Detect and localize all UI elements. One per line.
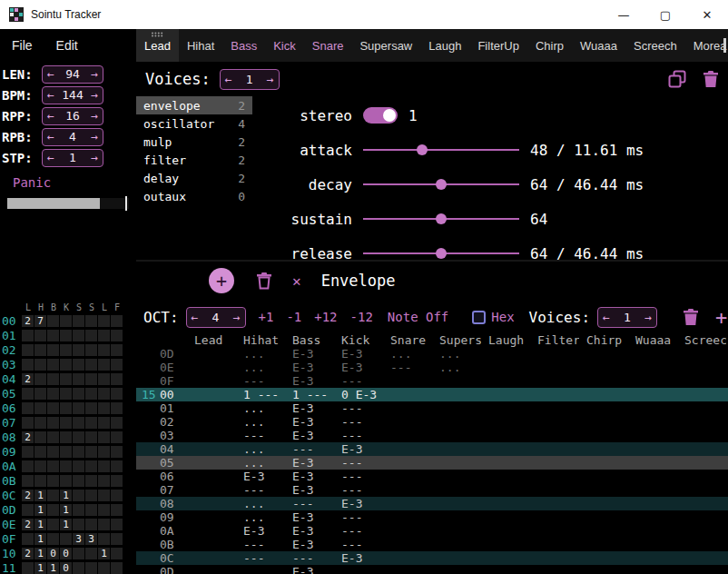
pattern-note-cell[interactable] xyxy=(481,551,530,565)
order-cell[interactable] xyxy=(60,373,72,385)
pattern-note-cell[interactable] xyxy=(628,470,677,483)
pattern-note-cell[interactable] xyxy=(530,415,579,429)
pattern-note-cell[interactable] xyxy=(628,401,677,415)
order-cell[interactable] xyxy=(111,388,123,400)
order-cell[interactable] xyxy=(73,431,84,443)
pattern-note-cell[interactable] xyxy=(481,497,530,510)
order-cell[interactable] xyxy=(85,475,97,487)
rpp-increase-button[interactable]: → xyxy=(91,110,98,122)
order-cell[interactable] xyxy=(73,417,84,429)
pattern-note-cell[interactable] xyxy=(383,456,432,470)
pattern-note-cell[interactable] xyxy=(334,565,383,574)
unit-item-filter[interactable]: filter2 xyxy=(136,151,252,169)
pattern-note-cell[interactable] xyxy=(628,347,677,361)
order-cell[interactable] xyxy=(47,475,59,487)
pattern-note-cell[interactable]: E-3 xyxy=(285,347,334,361)
order-cell[interactable]: 1 xyxy=(34,562,46,574)
order-cell[interactable] xyxy=(60,446,72,458)
order-cell[interactable] xyxy=(47,388,59,400)
order-cell[interactable] xyxy=(47,519,59,530)
pattern-note-cell[interactable] xyxy=(481,470,530,483)
order-cell[interactable] xyxy=(60,359,72,371)
pattern-note-cell[interactable] xyxy=(481,388,530,401)
order-cell[interactable] xyxy=(73,344,84,356)
pattern-note-cell[interactable] xyxy=(628,442,677,456)
unit-item-mulp[interactable]: mulp2 xyxy=(136,133,252,151)
pattern-note-cell[interactable] xyxy=(383,551,432,565)
pattern-note-cell[interactable]: E-3 xyxy=(285,401,334,415)
pattern-note-cell[interactable]: ... xyxy=(236,510,285,524)
order-cell[interactable] xyxy=(47,373,59,385)
order-cell[interactable] xyxy=(111,315,123,327)
pattern-note-cell[interactable]: E-3 xyxy=(285,483,334,497)
bpm-increase-button[interactable]: → xyxy=(91,89,98,101)
decay-slider[interactable] xyxy=(363,178,519,191)
pattern-note-cell[interactable] xyxy=(530,470,579,483)
pattern-note-cell[interactable] xyxy=(628,565,677,574)
order-cell[interactable] xyxy=(34,373,46,385)
pattern-note-cell[interactable] xyxy=(530,524,579,538)
pattern-note-cell[interactable]: --- xyxy=(334,510,383,524)
pattern-note-cell[interactable] xyxy=(530,361,579,374)
order-cell[interactable] xyxy=(34,388,46,400)
order-cell[interactable]: 1 xyxy=(34,533,46,545)
pattern-note-cell[interactable] xyxy=(628,497,677,510)
hex-checkbox[interactable] xyxy=(472,311,486,324)
instrument-voices-increase-button[interactable]: → xyxy=(267,74,274,85)
order-cell[interactable] xyxy=(111,548,123,559)
delete-pattern-icon[interactable] xyxy=(683,308,699,326)
pattern-note-cell[interactable] xyxy=(187,415,236,429)
pattern-note-cell[interactable] xyxy=(432,429,481,442)
pattern-note-cell[interactable]: 1 --- xyxy=(236,388,285,401)
order-cell[interactable] xyxy=(98,388,110,400)
pattern-track-header-screech[interactable]: Screech xyxy=(677,334,726,347)
pattern-note-cell[interactable]: --- xyxy=(334,483,383,497)
pattern-note-cell[interactable]: E-3 xyxy=(285,565,334,574)
order-cell[interactable] xyxy=(60,533,72,545)
order-cell[interactable] xyxy=(85,562,97,574)
pattern-note-cell[interactable] xyxy=(383,415,432,429)
order-cell[interactable]: 0 xyxy=(60,562,72,574)
track-tab-bass[interactable]: Bass xyxy=(222,29,265,62)
order-cell[interactable] xyxy=(85,402,97,414)
pattern-note-cell[interactable]: --- xyxy=(334,429,383,442)
pattern-note-cell[interactable]: ... xyxy=(236,415,285,429)
pattern-note-cell[interactable] xyxy=(579,565,628,574)
pattern-note-cell[interactable] xyxy=(530,565,579,574)
order-cell[interactable] xyxy=(73,330,84,341)
pattern-note-cell[interactable]: E-3 xyxy=(334,497,383,510)
order-cell[interactable] xyxy=(98,402,110,414)
pattern-note-cell[interactable] xyxy=(530,497,579,510)
pattern-note-cell[interactable] xyxy=(677,401,726,415)
pattern-note-cell[interactable] xyxy=(187,524,236,538)
order-cell[interactable] xyxy=(34,417,46,429)
order-cell[interactable] xyxy=(73,373,84,385)
pattern-note-cell[interactable] xyxy=(579,442,628,456)
order-cell[interactable] xyxy=(60,460,72,472)
order-cell[interactable] xyxy=(111,475,123,487)
minimize-button[interactable]: — xyxy=(603,0,644,29)
pattern-note-cell[interactable]: ... xyxy=(236,442,285,456)
pattern-note-cell[interactable] xyxy=(187,401,236,415)
order-cell[interactable] xyxy=(47,344,59,356)
order-cell[interactable] xyxy=(111,562,123,574)
pattern-note-cell[interactable] xyxy=(579,497,628,510)
pattern-note-cell[interactable] xyxy=(432,551,481,565)
order-cell[interactable] xyxy=(85,504,97,516)
order-cell[interactable]: 0 xyxy=(60,548,72,559)
pattern-note-cell[interactable]: --- xyxy=(236,538,285,551)
pattern-note-cell[interactable] xyxy=(579,388,628,401)
order-cell[interactable] xyxy=(98,373,110,385)
rpp-decrease-button[interactable]: ← xyxy=(47,110,54,122)
order-cell[interactable] xyxy=(47,315,59,327)
pattern-note-cell[interactable] xyxy=(677,415,726,429)
pattern-note-cell[interactable]: E-3 xyxy=(334,347,383,361)
pattern-track-header-lead[interactable]: Lead xyxy=(187,334,236,347)
pattern-note-cell[interactable] xyxy=(383,538,432,551)
pattern-note-cell[interactable]: ... xyxy=(236,565,285,574)
order-cell[interactable] xyxy=(111,504,123,516)
pattern-note-cell[interactable] xyxy=(579,483,628,497)
order-cell[interactable] xyxy=(34,402,46,414)
pattern-note-cell[interactable] xyxy=(187,442,236,456)
pattern-note-cell[interactable] xyxy=(187,538,236,551)
